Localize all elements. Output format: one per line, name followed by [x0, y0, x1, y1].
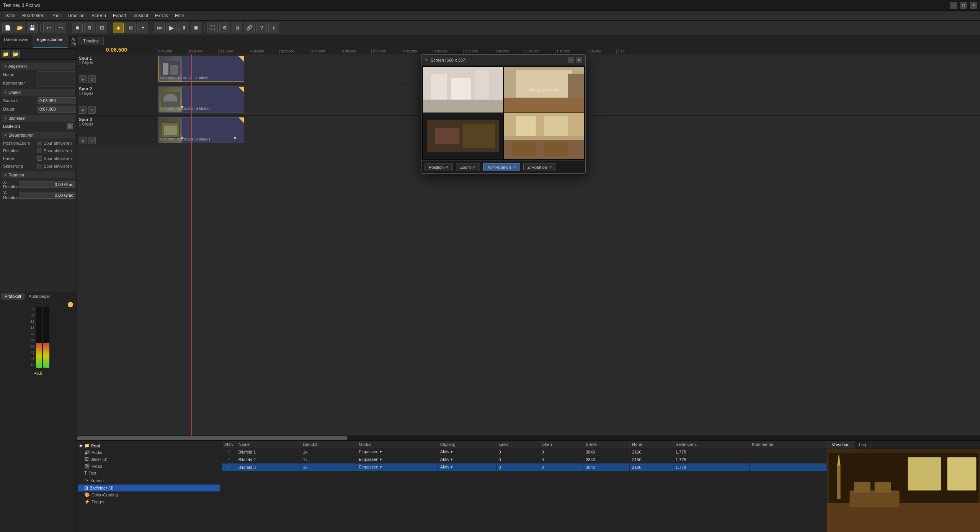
- audio-marker[interactable]: [68, 302, 73, 307]
- screen-btn-xy-rotation[interactable]: X/Y-Rotation ⤢: [483, 163, 520, 171]
- track-1-prev[interactable]: ⏮: [79, 75, 87, 83]
- effect-button[interactable]: ✦: [137, 23, 148, 33]
- config-button[interactable]: ⚙: [219, 23, 230, 33]
- maximize-button[interactable]: □: [960, 2, 967, 9]
- tab-audio-plugins[interactable]: Audio-Plugins: [68, 35, 77, 48]
- grid-button[interactable]: ⊞: [96, 23, 107, 33]
- screen-close-icon[interactable]: ✕: [425, 57, 428, 63]
- rotation-x-input[interactable]: [19, 181, 75, 188]
- record-button[interactable]: ⏺: [72, 23, 83, 33]
- xy-rotation-label: X/Y-Rotation: [487, 165, 511, 170]
- menu-item-datei[interactable]: Datei: [2, 12, 18, 19]
- spur-skalierung-checkbox[interactable]: [38, 164, 42, 168]
- spur-rotation-checkbox[interactable]: [38, 149, 42, 153]
- screen-btn-z-rotation[interactable]: Z-Rotation ⤢: [523, 163, 556, 171]
- menu-item-ansicht[interactable]: Ansicht: [130, 12, 151, 19]
- play-button[interactable]: ▶: [166, 23, 177, 33]
- minimize-button[interactable]: ─: [950, 2, 957, 9]
- spur-farbe-checkbox[interactable]: [38, 156, 42, 161]
- prop-startzeit-input[interactable]: [38, 97, 76, 104]
- menu-item-pool[interactable]: Pool: [48, 12, 64, 19]
- settings-button[interactable]: ⚙: [84, 23, 95, 33]
- tree-item-trigger[interactable]: ⚡ Trigger: [78, 498, 220, 505]
- col-benutzt: Benutzt: [301, 441, 356, 448]
- new-button[interactable]: 📄: [2, 23, 13, 33]
- folder-open-icon[interactable]: 📂: [11, 50, 20, 58]
- prop-kommentar-input[interactable]: [38, 80, 76, 86]
- prop-name-input[interactable]: [38, 71, 76, 78]
- folder-icon[interactable]: 📁: [2, 50, 10, 58]
- tree-item-colorgrading[interactable]: 🎨 Color-Grading: [78, 491, 220, 498]
- redo-button[interactable]: ↪: [56, 23, 66, 33]
- pause-button[interactable]: ⏸: [178, 23, 189, 33]
- tree-item-kurven[interactable]: 〜 Kurven: [78, 477, 220, 485]
- close-button[interactable]: ✕: [970, 2, 977, 9]
- info-button[interactable]: ℹ: [268, 23, 279, 33]
- table-row[interactable]: ✓ Bildfeld 1 1x Einpassen ▾ Aktiv ▾ 0 0 …: [222, 448, 827, 456]
- monitor-button[interactable]: 🖥: [232, 23, 242, 33]
- row3-kommentar: [749, 463, 826, 471]
- menu-item-bearbeiten[interactable]: Bearbeiten: [19, 12, 47, 19]
- tab-eigenschaften[interactable]: Eigenschaften: [33, 35, 68, 48]
- tree-item-bildfelder[interactable]: ⊞ Bildfelder (3): [78, 485, 220, 491]
- screen-button[interactable]: 🖥: [125, 23, 136, 33]
- track-2-mute[interactable]: ⊘: [88, 106, 96, 114]
- help-button[interactable]: ?: [256, 23, 267, 33]
- save-button[interactable]: 💾: [27, 23, 38, 33]
- highlight-button[interactable]: ◆: [113, 23, 124, 33]
- tab-audiopegel[interactable]: Audiopegel: [25, 293, 54, 300]
- scrollbar-thumb[interactable]: [77, 436, 348, 440]
- stop-button[interactable]: ⏹: [191, 23, 201, 33]
- timeline-scrollbar[interactable]: [77, 436, 980, 440]
- menu-item-export[interactable]: Export: [110, 12, 129, 19]
- row1-aktiv[interactable]: ✓: [222, 448, 236, 456]
- tab-protokoll[interactable]: Protokoll: [1, 293, 25, 300]
- spur-position-checkbox[interactable]: [38, 141, 42, 145]
- menu-item-timeline[interactable]: Timeline: [64, 12, 88, 19]
- screen-popup-title: Screen (600 x 337): [431, 58, 467, 62]
- undo-button[interactable]: ↩: [43, 23, 54, 33]
- table-row[interactable]: ✓ Bildfeld 2 1x Einpassen ▾ Aktiv ▾ 0 0 …: [222, 456, 827, 463]
- track-3-mute[interactable]: ⊘: [88, 137, 96, 144]
- tree-item-audio[interactable]: 🔊 Audio: [78, 449, 220, 456]
- tab-vorschau[interactable]: Vorschau: [827, 441, 854, 449]
- screen-popup-restore[interactable]: □: [568, 57, 574, 63]
- track-1-mute[interactable]: ⊘: [88, 75, 96, 83]
- rotation-y-input[interactable]: [19, 192, 75, 199]
- screen-btn-zoom[interactable]: Zoom ⤢: [456, 163, 480, 171]
- section-bildfelder[interactable]: Bildfelder: [2, 115, 75, 122]
- menu-item-screen[interactable]: Screen: [88, 12, 109, 19]
- section-objekt[interactable]: Objekt: [2, 89, 75, 96]
- track-2-prev[interactable]: ⏮: [79, 106, 87, 114]
- section-rotation[interactable]: Rotation: [2, 171, 75, 178]
- mark-7: 0:40.000: [371, 49, 402, 54]
- clip-2[interactable]: 0:07.000 | DSC01607 | Bildfeld 2: [158, 86, 244, 113]
- tab-timeline[interactable]: Timeline: [78, 37, 104, 45]
- rewind-button[interactable]: ⏮: [154, 23, 165, 33]
- tree-item-video[interactable]: 🎬 Video: [78, 463, 220, 470]
- screen-popup-close[interactable]: ✕: [576, 57, 582, 63]
- tree-item-text[interactable]: T Text: [78, 470, 220, 477]
- screen-btn-position[interactable]: Position ⤢: [425, 163, 453, 171]
- bildfeld-close[interactable]: ✕: [67, 123, 73, 129]
- tree-item-bilder[interactable]: 🖼 Bilder (3): [78, 456, 220, 463]
- pool-tree: ▶ 📁 Pool 🔊 Audio 🖼 Bilder (3) 🎬 Vi: [77, 441, 222, 532]
- prop-dauer-input[interactable]: [38, 106, 76, 113]
- section-allgemein[interactable]: Allgemein: [2, 63, 75, 70]
- table-row[interactable]: ✓ Bildfeld 3 1x Einpassen ▾ Aktiv ▾ 0 0 …: [222, 463, 827, 471]
- tab-log[interactable]: Log: [854, 441, 871, 449]
- link-button[interactable]: 🔗: [244, 23, 255, 33]
- open-button[interactable]: 📂: [15, 23, 25, 33]
- track-3-prev[interactable]: ⏮: [79, 137, 87, 144]
- row2-aktiv[interactable]: ✓: [222, 456, 236, 463]
- bilder-label: Bilder (3): [90, 457, 108, 462]
- row3-aktiv[interactable]: ✓: [222, 463, 236, 471]
- menu-item-extras[interactable]: Extras: [152, 12, 171, 19]
- fullscreen-button[interactable]: ⛶: [207, 23, 218, 33]
- col-kommentar: Kommentar: [749, 441, 826, 448]
- tab-dateibroswer[interactable]: Dateibroswer: [0, 35, 33, 48]
- section-steuerspuren[interactable]: Steuerspuren: [2, 132, 75, 139]
- clip-3[interactable]: 0:07.000 | DSC01609 | Bildfeld 1: [158, 117, 244, 143]
- clip-1[interactable]: 0:07.000 | DSC01620 | Bildfeld 3: [158, 56, 244, 82]
- menu-item-hilfe[interactable]: Hilfe: [172, 12, 187, 19]
